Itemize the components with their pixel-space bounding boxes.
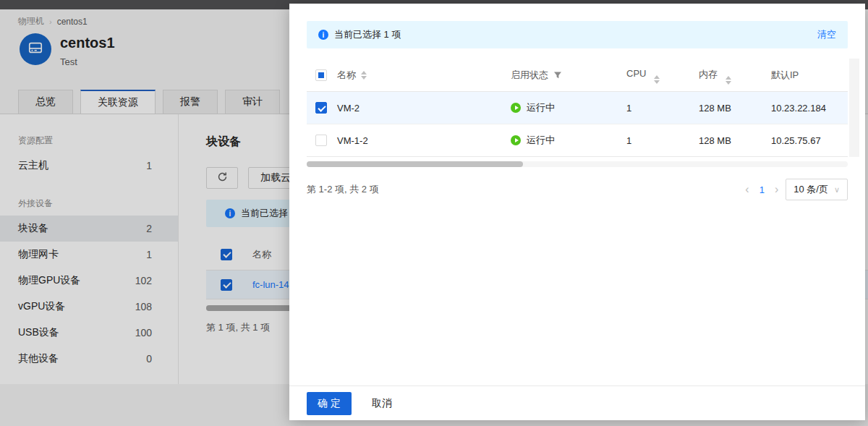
row-checkbox[interactable] (315, 102, 327, 114)
row-checkbox[interactable] (315, 135, 327, 146)
info-icon: i (318, 30, 328, 40)
vm-memory: 128 MB (699, 135, 771, 146)
vm-name: VM-2 (337, 103, 359, 114)
scrollbar-thumb[interactable] (307, 161, 523, 167)
page-size-select[interactable]: 10 条/页 ∨ (786, 179, 848, 200)
table-row[interactable]: VM-1-2 运行中 1 128 MB 10.25.75.67 (307, 124, 848, 157)
clear-selection-link[interactable]: 清空 (817, 28, 836, 41)
table-header: 名称 启用状态 CPU 内存 默认IP (307, 59, 848, 92)
status-running-icon (511, 135, 521, 145)
column-status: 启用状态 (511, 69, 548, 82)
status-text: 运行中 (527, 134, 555, 147)
confirm-button[interactable]: 确 定 (307, 392, 352, 415)
column-name: 名称 (337, 69, 356, 82)
vm-cpu: 1 (626, 135, 699, 146)
next-page-icon[interactable]: › (775, 184, 778, 195)
vm-table: 名称 启用状态 CPU 内存 默认IP (307, 59, 848, 167)
dialog-footer: 确 定 取消 (289, 385, 865, 420)
status-text: 运行中 (527, 101, 555, 114)
table-row[interactable]: VM-2 运行中 1 128 MB 10.23.22.184 (307, 92, 848, 124)
chevron-down-icon: ∨ (834, 185, 840, 195)
vm-name: VM-1-2 (337, 135, 368, 146)
page-size-value: 10 条/页 (793, 183, 828, 196)
selection-alert: i 当前已选择 1 项 清空 (307, 21, 848, 48)
vertical-scrollbar-track[interactable] (849, 59, 859, 157)
sort-icon[interactable] (361, 71, 367, 80)
sort-icon[interactable] (654, 75, 660, 84)
vm-memory: 128 MB (699, 103, 771, 114)
cancel-button[interactable]: 取消 (372, 397, 392, 410)
vm-ip: 10.25.75.67 (771, 135, 848, 146)
status-running-icon (511, 103, 521, 113)
sort-icon[interactable] (726, 76, 731, 85)
pagination-summary: 第 1-2 项, 共 2 项 (307, 183, 379, 196)
select-vm-dialog: i 当前已选择 1 项 清空 名称 启用状态 CPU (289, 4, 865, 420)
page-number[interactable]: 1 (757, 184, 767, 195)
column-memory: 内存 (699, 69, 718, 80)
pagination: 第 1-2 项, 共 2 项 ‹ 1 › 10 条/页 ∨ (307, 179, 848, 200)
filter-icon[interactable] (553, 71, 562, 80)
horizontal-scrollbar[interactable] (307, 161, 848, 167)
column-cpu: CPU (626, 68, 646, 79)
prev-page-icon[interactable]: ‹ (745, 184, 749, 195)
vm-ip: 10.23.22.184 (771, 103, 848, 114)
vm-cpu: 1 (626, 103, 699, 114)
select-all-checkbox[interactable] (315, 69, 327, 81)
selection-alert-text: 当前已选择 1 项 (334, 28, 401, 41)
column-default-ip: 默认IP (771, 69, 848, 82)
